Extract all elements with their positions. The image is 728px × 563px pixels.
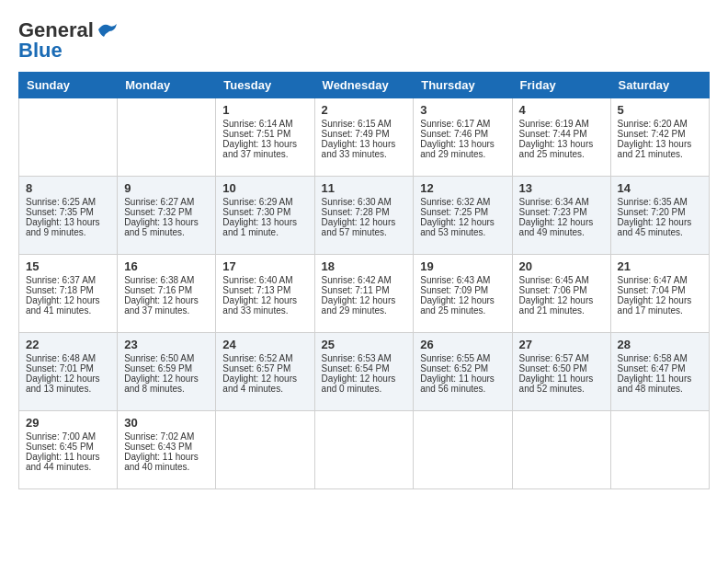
- daylight: Daylight: 13 hours and 29 minutes.: [420, 139, 495, 159]
- daylight: Daylight: 12 hours and 29 minutes.: [322, 295, 396, 316]
- page-header: General Blue: [18, 18, 710, 63]
- sunrise: Sunrise: 6:15 AM: [322, 119, 392, 129]
- sunrise: Sunrise: 6:37 AM: [26, 275, 96, 285]
- sunrise: Sunrise: 6:17 AM: [420, 119, 490, 129]
- day-header-friday: Friday: [512, 73, 610, 98]
- sunset: Sunset: 7:13 PM: [222, 285, 290, 295]
- day-number: 23: [124, 338, 209, 351]
- day-cell-18: 18Sunrise: 6:42 AMSunset: 7:11 PMDayligh…: [314, 255, 414, 333]
- day-number: 19: [420, 259, 505, 273]
- day-number: 12: [420, 181, 505, 195]
- sunset: Sunset: 7:20 PM: [618, 207, 686, 217]
- day-cell-29: 29Sunrise: 7:00 AMSunset: 6:45 PMDayligh…: [19, 411, 118, 489]
- daylight: Daylight: 12 hours and 33 minutes.: [222, 295, 297, 316]
- sunrise: Sunrise: 7:00 AM: [26, 431, 96, 442]
- day-number: 22: [26, 338, 110, 351]
- daylight: Daylight: 12 hours and 8 minutes.: [124, 373, 199, 394]
- day-number: 2: [322, 103, 407, 117]
- sunset: Sunset: 7:04 PM: [618, 285, 686, 295]
- day-number: 1: [222, 103, 307, 117]
- daylight: Daylight: 13 hours and 21 minutes.: [618, 139, 692, 159]
- sunrise: Sunrise: 6:50 AM: [124, 353, 194, 363]
- sunrise: Sunrise: 6:29 AM: [222, 197, 292, 207]
- day-number: 4: [519, 103, 604, 117]
- sunset: Sunset: 7:06 PM: [519, 285, 587, 295]
- day-cell-12: 12Sunrise: 6:32 AMSunset: 7:25 PMDayligh…: [414, 177, 512, 255]
- sunset: Sunset: 7:46 PM: [420, 129, 488, 139]
- day-number: 8: [26, 181, 110, 195]
- sunset: Sunset: 7:11 PM: [322, 285, 390, 295]
- day-number: 20: [519, 259, 604, 273]
- day-number: 14: [618, 181, 702, 195]
- daylight: Daylight: 12 hours and 21 minutes.: [519, 295, 594, 316]
- empty-cell: [610, 411, 709, 489]
- day-cell-23: 23Sunrise: 6:50 AMSunset: 6:59 PMDayligh…: [118, 333, 216, 411]
- day-header-tuesday: Tuesday: [216, 73, 314, 98]
- day-number: 15: [26, 259, 110, 273]
- day-number: 21: [618, 259, 702, 273]
- daylight: Daylight: 12 hours and 37 minutes.: [124, 295, 199, 316]
- day-number: 9: [124, 181, 209, 195]
- day-cell-15: 15Sunrise: 6:37 AMSunset: 7:18 PMDayligh…: [19, 255, 118, 333]
- day-cell-24: 24Sunrise: 6:52 AMSunset: 6:57 PMDayligh…: [216, 333, 314, 411]
- daylight: Daylight: 12 hours and 53 minutes.: [420, 217, 495, 237]
- sunrise: Sunrise: 6:35 AM: [618, 197, 688, 207]
- empty-cell: [414, 411, 512, 489]
- daylight: Daylight: 12 hours and 17 minutes.: [618, 295, 692, 316]
- sunrise: Sunrise: 6:58 AM: [618, 353, 688, 363]
- sunrise: Sunrise: 6:34 AM: [519, 197, 589, 207]
- day-cell-8: 8Sunrise: 6:25 AMSunset: 7:35 PMDaylight…: [19, 177, 118, 255]
- week-row-3: 15Sunrise: 6:37 AMSunset: 7:18 PMDayligh…: [19, 255, 710, 333]
- sunset: Sunset: 6:50 PM: [519, 363, 587, 373]
- day-number: 10: [222, 181, 307, 195]
- sunset: Sunset: 6:52 PM: [420, 363, 488, 373]
- daylight: Daylight: 13 hours and 37 minutes.: [222, 139, 297, 159]
- sunset: Sunset: 7:18 PM: [26, 285, 94, 295]
- day-cell-4: 4Sunrise: 6:19 AMSunset: 7:44 PMDaylight…: [512, 98, 610, 177]
- sunrise: Sunrise: 6:40 AM: [222, 275, 292, 285]
- daylight: Daylight: 12 hours and 4 minutes.: [222, 373, 297, 394]
- sunset: Sunset: 7:30 PM: [222, 207, 290, 217]
- sunset: Sunset: 6:54 PM: [322, 363, 390, 373]
- day-cell-28: 28Sunrise: 6:58 AMSunset: 6:47 PMDayligh…: [610, 333, 709, 411]
- day-cell-14: 14Sunrise: 6:35 AMSunset: 7:20 PMDayligh…: [610, 177, 709, 255]
- day-number: 5: [618, 103, 702, 117]
- day-number: 30: [124, 416, 209, 430]
- sunrise: Sunrise: 6:57 AM: [519, 353, 589, 363]
- sunrise: Sunrise: 6:45 AM: [519, 275, 589, 285]
- daylight: Daylight: 13 hours and 9 minutes.: [26, 217, 100, 237]
- empty-cell: [512, 411, 610, 489]
- sunrise: Sunrise: 6:20 AM: [618, 119, 688, 129]
- sunrise: Sunrise: 6:48 AM: [26, 353, 96, 363]
- sunrise: Sunrise: 6:52 AM: [222, 353, 292, 363]
- sunset: Sunset: 7:23 PM: [519, 207, 587, 217]
- day-number: 11: [322, 181, 407, 195]
- week-row-2: 8Sunrise: 6:25 AMSunset: 7:35 PMDaylight…: [19, 177, 710, 255]
- day-cell-30: 30Sunrise: 7:02 AMSunset: 6:43 PMDayligh…: [118, 411, 216, 489]
- day-number: 17: [222, 259, 307, 273]
- empty-cell: [216, 411, 314, 489]
- daylight: Daylight: 11 hours and 56 minutes.: [420, 373, 495, 394]
- daylight: Daylight: 12 hours and 25 minutes.: [420, 295, 495, 316]
- daylight: Daylight: 11 hours and 48 minutes.: [618, 373, 692, 394]
- day-cell-22: 22Sunrise: 6:48 AMSunset: 7:01 PMDayligh…: [19, 333, 118, 411]
- daylight: Daylight: 11 hours and 40 minutes.: [124, 452, 199, 472]
- sunset: Sunset: 7:28 PM: [322, 207, 390, 217]
- day-number: 3: [420, 103, 505, 117]
- sunset: Sunset: 7:32 PM: [124, 207, 192, 217]
- week-row-4: 22Sunrise: 6:48 AMSunset: 7:01 PMDayligh…: [19, 333, 710, 411]
- day-cell-21: 21Sunrise: 6:47 AMSunset: 7:04 PMDayligh…: [610, 255, 709, 333]
- sunset: Sunset: 7:42 PM: [618, 129, 686, 139]
- daylight: Daylight: 12 hours and 45 minutes.: [618, 217, 692, 237]
- day-cell-26: 26Sunrise: 6:55 AMSunset: 6:52 PMDayligh…: [414, 333, 512, 411]
- day-number: 28: [618, 338, 702, 351]
- sunset: Sunset: 7:51 PM: [222, 129, 290, 139]
- sunrise: Sunrise: 6:19 AM: [519, 119, 589, 129]
- sunset: Sunset: 7:44 PM: [519, 129, 587, 139]
- sunset: Sunset: 6:45 PM: [26, 442, 94, 452]
- logo-blue: Blue: [18, 39, 63, 63]
- day-number: 16: [124, 259, 209, 273]
- day-cell-27: 27Sunrise: 6:57 AMSunset: 6:50 PMDayligh…: [512, 333, 610, 411]
- day-cell-3: 3Sunrise: 6:17 AMSunset: 7:46 PMDaylight…: [414, 98, 512, 177]
- day-cell-1: 1Sunrise: 6:14 AMSunset: 7:51 PMDaylight…: [216, 98, 314, 177]
